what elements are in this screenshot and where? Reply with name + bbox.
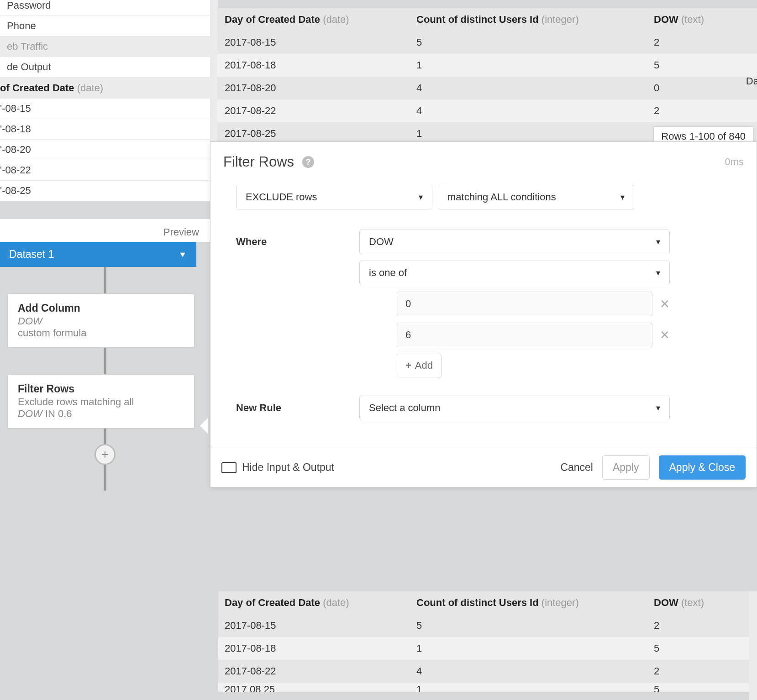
plus-icon: + <box>405 360 411 371</box>
data-cell: 1 <box>410 637 647 660</box>
data-cell: 2017-08-22 <box>218 99 410 122</box>
where-operator-select[interactable]: is one of ▾ <box>359 261 670 285</box>
data-cell: '-08-20 <box>0 140 210 160</box>
schema-item[interactable]: eb Traffic <box>0 37 210 57</box>
cancel-button[interactable]: Cancel <box>560 461 593 474</box>
column-header[interactable]: DOW (text) <box>647 8 739 31</box>
column-header[interactable]: Count of distinct Users Id (integer) <box>410 591 647 614</box>
remove-value-button[interactable]: ✕ <box>660 297 670 311</box>
data-cell: 0 <box>647 77 739 99</box>
chevron-down-icon: ▾ <box>656 237 660 247</box>
data-cell: '-08-15 <box>0 99 210 119</box>
apply-close-button[interactable]: Apply & Close <box>659 455 746 480</box>
chevron-down-icon: ▾ <box>656 403 660 413</box>
node-subtitle: custom formula <box>18 327 184 339</box>
data-cell: '-08-18 <box>0 119 210 140</box>
data-cell: 2017-08-18 <box>218 637 410 660</box>
data-cell: 5 <box>410 31 647 54</box>
column-header: of Created Date (date) <box>0 78 210 99</box>
schema-item[interactable]: de Output <box>0 57 210 78</box>
column-header[interactable]: DOW (text) <box>647 591 739 614</box>
modal-title: Filter Rows ? <box>223 154 314 170</box>
data-cell: '-08-25 <box>0 181 210 201</box>
node-subtitle: Exclude rows matching all <box>18 396 184 408</box>
output-table: Day of Created Date (date) Count of dist… <box>218 591 749 692</box>
data-cell: 2 <box>647 660 739 683</box>
table-row: 2017-08-22 4 2 <box>218 99 757 122</box>
filter-rows-modal: Filter Rows ? 0ms EXCLUDE rows ▾ matchin… <box>210 141 757 487</box>
schema-item[interactable]: Phone <box>0 16 210 37</box>
match-conditions-select[interactable]: matching ALL conditions ▾ <box>438 185 634 209</box>
filter-mode-select[interactable]: EXCLUDE rows ▾ <box>236 185 432 209</box>
active-node-pointer-icon <box>200 418 208 434</box>
data-cell: 4 <box>410 660 647 683</box>
data-cell: 2 <box>647 31 739 54</box>
chevron-down-icon: ▼ <box>179 251 187 259</box>
schema-item[interactable]: Password <box>0 0 210 16</box>
timing-label: 0ms <box>725 156 744 168</box>
pipeline-node-add-column[interactable]: Add Column DOW custom formula <box>7 293 195 348</box>
scrollbar-track[interactable] <box>749 591 757 700</box>
data-cell: 2017-08-20 <box>218 77 410 99</box>
data-cell: 5 <box>647 54 739 77</box>
remove-value-button[interactable]: ✕ <box>660 328 670 342</box>
new-rule-label: New Rule <box>236 396 359 414</box>
filter-value-input[interactable]: 6 <box>397 323 652 347</box>
table-row: 2017-08-20 4 0 <box>218 77 757 99</box>
data-cell: 4 <box>410 99 647 122</box>
node-subtitle: DOW <box>18 315 184 327</box>
data-cell: 2017-08-18 <box>218 54 410 77</box>
apply-button[interactable]: Apply <box>602 455 650 480</box>
table-icon <box>221 462 237 473</box>
data-cell: 5 <box>647 637 739 660</box>
input-table: Day of Created Date (date) Count of dist… <box>218 8 757 145</box>
truncated-text: Dat <box>746 75 757 87</box>
table-row: 2017-08-18 1 5 <box>218 637 749 660</box>
chevron-down-icon: ▾ <box>419 192 423 202</box>
where-label: Where <box>236 230 359 248</box>
pipeline-node-filter-rows[interactable]: Filter Rows Exclude rows matching all DO… <box>7 374 195 428</box>
pipeline-canvas: Dataset 1 ▼ Add Column DOW custom formul… <box>0 242 210 491</box>
hide-input-output-toggle[interactable]: Hide Input & Output <box>221 461 334 474</box>
column-header[interactable]: Day of Created Date (date) <box>218 8 410 31</box>
data-cell: 2017 08 25 <box>218 683 410 692</box>
data-cell: 5 <box>410 614 647 637</box>
data-cell: 4 <box>410 77 647 99</box>
table-row: 2017-08-15 5 2 <box>218 31 757 54</box>
data-cell: '-08-22 <box>0 160 210 181</box>
data-cell: 2 <box>647 99 739 122</box>
help-icon[interactable]: ? <box>302 156 314 168</box>
chevron-down-icon: ▾ <box>656 268 660 278</box>
where-column-select[interactable]: DOW ▾ <box>359 230 670 254</box>
scrollbar-track[interactable] <box>210 0 218 145</box>
table-row: 2017 08 25 1 5 <box>218 683 749 692</box>
dataset-title: Dataset 1 <box>9 248 54 261</box>
column-header[interactable]: Count of distinct Users Id (integer) <box>410 8 647 31</box>
table-row: 2017-08-18 1 5 <box>218 54 757 77</box>
data-cell: 1 <box>410 54 647 77</box>
left-schema-panel: Password Phone eb Traffic de Output of C… <box>0 0 210 201</box>
data-cell: 2017-08-15 <box>218 31 410 54</box>
data-cell: 5 <box>647 683 739 692</box>
node-title: Filter Rows <box>18 383 184 395</box>
data-cell: 1 <box>410 683 647 692</box>
dataset-header[interactable]: Dataset 1 ▼ <box>0 242 196 267</box>
table-row: 2017-08-22 4 2 <box>218 660 749 683</box>
chevron-down-icon: ▾ <box>620 192 625 202</box>
node-title: Add Column <box>18 302 184 314</box>
column-header[interactable]: Day of Created Date (date) <box>218 591 410 614</box>
add-value-button[interactable]: + Add <box>397 354 442 377</box>
new-rule-column-select[interactable]: Select a column ▾ <box>359 396 670 420</box>
data-cell: 2017-08-15 <box>218 614 410 637</box>
add-step-button[interactable]: + <box>95 444 116 465</box>
node-subtitle: DOW IN 0,6 <box>18 408 184 420</box>
data-cell: 2 <box>647 614 739 637</box>
table-row: 2017-08-15 5 2 <box>218 614 749 637</box>
data-cell: 2017-08-22 <box>218 660 410 683</box>
filter-value-input[interactable]: 0 <box>397 292 652 316</box>
